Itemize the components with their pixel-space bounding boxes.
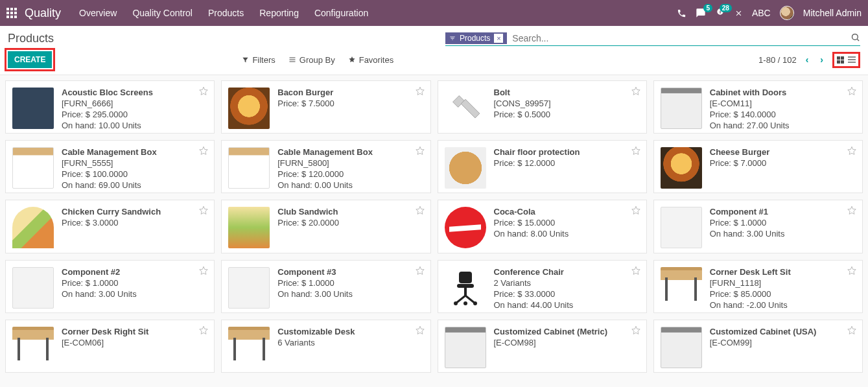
- nav-products[interactable]: Products: [208, 8, 244, 18]
- favorite-star-icon[interactable]: [847, 205, 857, 218]
- product-price: Price: $ 295.0000: [62, 110, 207, 119]
- favorite-star-icon[interactable]: [415, 266, 425, 278]
- product-card[interactable]: Conference Chair2 VariantsPrice: $ 33.00…: [438, 260, 647, 313]
- svg-point-7: [463, 301, 467, 305]
- product-price: Price: $ 33.0000: [494, 289, 640, 299]
- product-onhand: On hand: 69.00 Units: [62, 180, 207, 190]
- product-title: Bacon Burger: [277, 88, 423, 97]
- product-card[interactable]: Customized Cabinet (Metric)[E-COM98]: [438, 320, 647, 373]
- product-body: Bacon BurgerPrice: $ 7.5000: [277, 88, 423, 126]
- product-card[interactable]: Component #3Price: $ 1.0000On hand: 3.00…: [221, 260, 430, 313]
- app-brand[interactable]: Quality: [25, 6, 61, 20]
- product-card[interactable]: Chicken Curry SandwichPrice: $ 3.0000: [5, 200, 215, 253]
- search-bar[interactable]: Products ×: [445, 31, 860, 46]
- product-body: Customizable Desk6 Variants: [277, 327, 423, 366]
- favorite-star-icon[interactable]: [415, 146, 425, 158]
- favorite-star-icon[interactable]: [198, 146, 209, 158]
- favorite-star-icon[interactable]: [631, 266, 641, 278]
- product-ref: [FURN_5800]: [277, 158, 423, 168]
- product-body: Cable Management Box[FURN_5555]Price: $ …: [62, 147, 207, 186]
- chip-remove-icon[interactable]: ×: [494, 34, 503, 43]
- search-icon[interactable]: [850, 32, 860, 44]
- pager-prev-icon[interactable]: ‹: [803, 54, 812, 65]
- product-title: Conference Chair: [494, 267, 640, 277]
- favorite-star-icon[interactable]: [198, 325, 209, 338]
- company-switcher[interactable]: ABC: [752, 8, 771, 18]
- favorites-label: Favorites: [359, 55, 393, 65]
- pager-next-icon[interactable]: ›: [817, 54, 826, 65]
- nav-configuration[interactable]: Configuration: [314, 8, 368, 18]
- favorite-star-icon[interactable]: [415, 325, 425, 338]
- activity-icon[interactable]: 28: [715, 8, 725, 18]
- pager-range[interactable]: 1-80 / 102: [758, 55, 797, 65]
- product-card[interactable]: Cable Management Box[FURN_5800]Price: $ …: [221, 140, 430, 193]
- product-thumbnail: [12, 267, 54, 309]
- product-card[interactable]: Customized Cabinet (USA)[E-COM99]: [653, 320, 863, 373]
- favorite-star-icon[interactable]: [198, 266, 209, 278]
- product-onhand: On hand: 8.00 Units: [494, 229, 640, 239]
- phone-icon[interactable]: [677, 8, 686, 18]
- search-input[interactable]: [512, 33, 847, 43]
- product-card[interactable]: Cheese BurgerPrice: $ 7.0000: [653, 140, 863, 193]
- product-price: Price: $ 140.0000: [710, 110, 856, 119]
- favorite-star-icon[interactable]: [198, 205, 209, 218]
- favorite-star-icon[interactable]: [847, 146, 857, 158]
- search-chip-products[interactable]: Products ×: [445, 32, 507, 44]
- product-body: Customized Cabinet (Metric)[E-COM98]: [494, 327, 640, 366]
- product-onhand: On hand: 10.00 Units: [62, 121, 207, 130]
- filters-dropdown[interactable]: Filters: [242, 55, 275, 65]
- product-title: Chicken Curry Sandwich: [62, 207, 207, 217]
- favorite-star-icon[interactable]: [415, 205, 425, 218]
- product-card[interactable]: Component #2Price: $ 1.0000On hand: 3.00…: [5, 260, 215, 313]
- topbar-right: 5 28 ABC Mitchell Admin: [677, 6, 862, 20]
- avatar[interactable]: [780, 6, 794, 20]
- product-price: Price: $ 7.0000: [710, 158, 856, 168]
- chat-badge: 5: [703, 4, 712, 12]
- control-panel-top: Products Products ×: [0, 26, 868, 46]
- favorites-dropdown[interactable]: Favorites: [348, 55, 393, 65]
- groupby-dropdown[interactable]: Group By: [288, 55, 335, 65]
- favorite-star-icon[interactable]: [847, 86, 857, 99]
- product-card[interactable]: Chair floor protectionPrice: $ 12.0000: [438, 140, 647, 193]
- svg-point-8: [473, 301, 477, 305]
- product-card[interactable]: Corner Desk Right Sit[E-COM06]: [5, 320, 215, 373]
- product-card[interactable]: Bacon BurgerPrice: $ 7.5000: [221, 80, 430, 134]
- favorite-star-icon[interactable]: [631, 86, 641, 99]
- nav-overview[interactable]: Overview: [79, 8, 117, 18]
- nav-quality-control[interactable]: Quality Control: [132, 8, 193, 18]
- favorite-star-icon[interactable]: [198, 86, 209, 99]
- product-body: Cheese BurgerPrice: $ 7.0000: [710, 147, 856, 186]
- favorite-star-icon[interactable]: [847, 266, 857, 278]
- product-price: Price: $ 120.0000: [277, 169, 423, 179]
- product-card[interactable]: Club SandwichPrice: $ 20.0000: [221, 200, 430, 253]
- product-card[interactable]: Component #1Price: $ 1.0000On hand: 3.00…: [653, 200, 863, 253]
- favorite-star-icon[interactable]: [847, 325, 857, 338]
- product-card[interactable]: Customizable Desk6 Variants: [221, 320, 430, 373]
- list-view-button[interactable]: [848, 56, 856, 63]
- favorite-star-icon[interactable]: [631, 205, 641, 218]
- kanban-view-button[interactable]: [837, 56, 844, 64]
- product-title: Cable Management Box: [277, 147, 423, 157]
- product-card[interactable]: Cable Management Box[FURN_5555]Price: $ …: [5, 140, 215, 193]
- product-card[interactable]: Acoustic Bloc Screens[FURN_6666]Price: $…: [5, 80, 215, 134]
- favorite-star-icon[interactable]: [631, 325, 641, 338]
- product-card[interactable]: Cabinet with Doors[E-COM11]Price: $ 140.…: [653, 80, 863, 134]
- product-thumbnail: [445, 88, 486, 129]
- create-button[interactable]: CREATE: [8, 51, 52, 68]
- view-switcher: [832, 52, 860, 68]
- favorite-star-icon[interactable]: [415, 86, 425, 99]
- nav-reporting[interactable]: Reporting: [259, 8, 299, 18]
- product-card[interactable]: Bolt[CONS_89957]Price: $ 0.5000: [438, 80, 647, 134]
- product-body: Cabinet with Doors[E-COM11]Price: $ 140.…: [710, 88, 856, 126]
- close-icon[interactable]: [734, 9, 743, 18]
- product-card[interactable]: Coca-ColaPrice: $ 15.0000On hand: 8.00 U…: [438, 200, 647, 253]
- apps-icon[interactable]: [6, 8, 17, 18]
- favorite-star-icon[interactable]: [631, 146, 641, 158]
- user-name[interactable]: Mitchell Admin: [803, 8, 862, 18]
- product-onhand: On hand: 3.00 Units: [277, 289, 423, 299]
- product-card[interactable]: Corner Desk Left Sit[FURN_1118]Price: $ …: [653, 260, 863, 313]
- product-title: Coca-Cola: [494, 207, 640, 217]
- chat-icon[interactable]: 5: [696, 8, 706, 18]
- product-price: Price: $ 7.5000: [277, 99, 423, 108]
- product-thumbnail: [12, 327, 54, 368]
